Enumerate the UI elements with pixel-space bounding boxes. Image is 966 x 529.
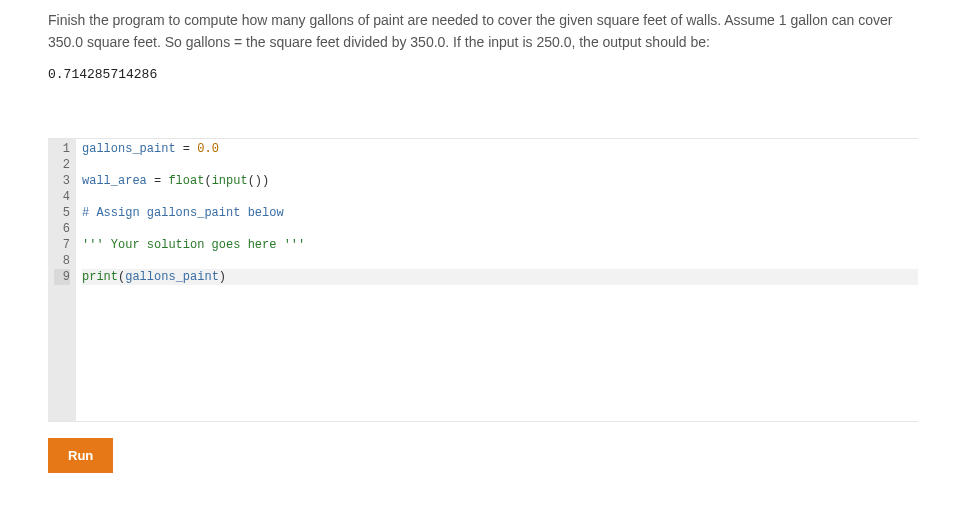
line-number-gutter: 123456789 bbox=[48, 139, 76, 421]
line-number: 9 bbox=[54, 269, 70, 285]
code-line[interactable]: ''' Your solution goes here ''' bbox=[82, 237, 918, 253]
problem-description: Finish the program to compute how many g… bbox=[48, 10, 918, 53]
code-token: ()) bbox=[248, 174, 270, 188]
code-token: # Assign gallons_paint below bbox=[82, 206, 284, 220]
code-token: wall_area bbox=[82, 174, 147, 188]
code-area[interactable]: gallons_paint = 0.0wall_area = float(inp… bbox=[76, 139, 918, 421]
code-token: ) bbox=[219, 270, 226, 284]
code-token: = bbox=[147, 174, 169, 188]
code-line[interactable] bbox=[82, 189, 918, 205]
code-token: ( bbox=[204, 174, 211, 188]
code-token: input bbox=[212, 174, 248, 188]
code-token: gallons_paint bbox=[125, 270, 219, 284]
code-line[interactable]: gallons_paint = 0.0 bbox=[82, 141, 918, 157]
code-line[interactable] bbox=[82, 253, 918, 269]
line-number: 8 bbox=[54, 253, 70, 269]
code-line[interactable]: # Assign gallons_paint below bbox=[82, 205, 918, 221]
code-line[interactable]: wall_area = float(input()) bbox=[82, 173, 918, 189]
code-line[interactable] bbox=[82, 221, 918, 237]
code-token: 0.0 bbox=[197, 142, 219, 156]
line-number: 1 bbox=[54, 141, 70, 157]
code-token: = bbox=[176, 142, 198, 156]
line-number: 2 bbox=[54, 157, 70, 173]
line-number: 3 bbox=[54, 173, 70, 189]
code-token: print bbox=[82, 270, 118, 284]
code-token: float bbox=[168, 174, 204, 188]
line-number: 4 bbox=[54, 189, 70, 205]
expected-output: 0.714285714286 bbox=[48, 67, 918, 82]
run-button[interactable]: Run bbox=[48, 438, 113, 473]
code-token: gallons_paint bbox=[82, 142, 176, 156]
code-line[interactable]: print(gallons_paint) bbox=[82, 269, 918, 285]
code-editor[interactable]: 123456789 gallons_paint = 0.0wall_area =… bbox=[48, 138, 918, 422]
line-number: 7 bbox=[54, 237, 70, 253]
line-number: 5 bbox=[54, 205, 70, 221]
code-token: ''' Your solution goes here ''' bbox=[82, 238, 305, 252]
code-line[interactable] bbox=[82, 157, 918, 173]
line-number: 6 bbox=[54, 221, 70, 237]
